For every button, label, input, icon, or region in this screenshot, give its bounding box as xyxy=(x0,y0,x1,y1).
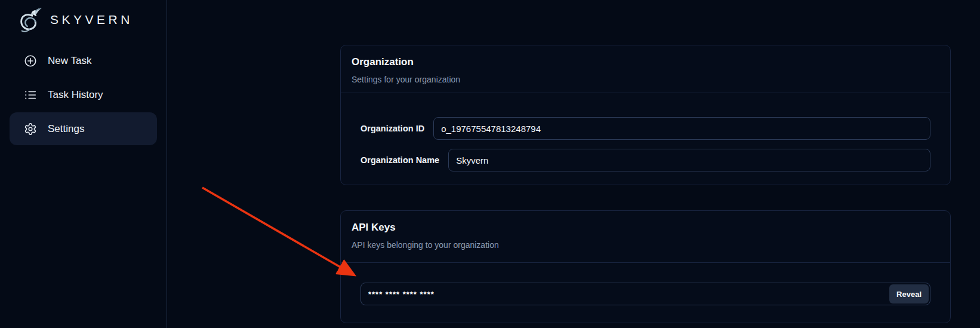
api-keys-card-content: Reveal xyxy=(341,263,950,323)
organization-card: Organization Settings for your organizat… xyxy=(340,45,951,185)
organization-name-row: Organization Name xyxy=(360,149,930,171)
sidebar-item-label: Task History xyxy=(48,89,103,101)
organization-id-input[interactable] xyxy=(433,117,930,140)
skyvern-dragon-logo-icon xyxy=(16,6,44,33)
api-keys-card-title: API Keys xyxy=(352,221,939,234)
reveal-button[interactable]: Reveal xyxy=(889,284,929,304)
sidebar: SKYVERN New Task Task History Settings xyxy=(0,0,167,328)
sidebar-nav: New Task Task History Settings xyxy=(0,44,167,145)
organization-name-label: Organization Name xyxy=(360,155,439,165)
organization-card-content: Organization ID Organization Name xyxy=(341,93,950,185)
organization-card-subtitle: Settings for your organization xyxy=(352,75,939,84)
sidebar-item-settings[interactable]: Settings xyxy=(10,112,157,145)
organization-id-label: Organization ID xyxy=(360,124,424,133)
organization-card-title: Organization xyxy=(352,56,939,69)
brand-logo[interactable]: SKYVERN xyxy=(0,0,167,35)
api-key-field: Reveal xyxy=(360,283,930,305)
organization-card-header: Organization Settings for your organizat… xyxy=(341,45,950,93)
api-keys-card: API Keys API keys belonging to your orga… xyxy=(340,210,951,323)
sidebar-item-task-history[interactable]: Task History xyxy=(10,78,157,111)
api-keys-card-subtitle: API keys belonging to your organization xyxy=(352,240,939,250)
plus-circle-icon xyxy=(24,54,37,68)
organization-name-input[interactable] xyxy=(448,149,930,171)
settings-page: Organization Settings for your organizat… xyxy=(340,45,951,323)
api-keys-card-header: API Keys API keys belonging to your orga… xyxy=(341,211,950,262)
gear-icon xyxy=(24,122,37,136)
list-icon xyxy=(24,88,37,102)
organization-id-row: Organization ID xyxy=(360,117,930,140)
brand-name: SKYVERN xyxy=(50,13,133,27)
sidebar-item-label: Settings xyxy=(48,123,84,135)
sidebar-item-label: New Task xyxy=(48,55,91,67)
api-key-masked-input[interactable] xyxy=(368,290,756,299)
sidebar-item-new-task[interactable]: New Task xyxy=(10,44,157,77)
